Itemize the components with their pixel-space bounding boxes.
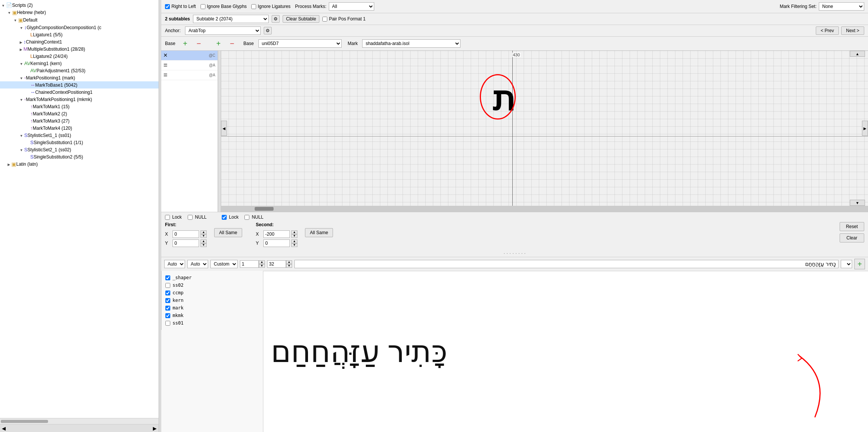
base-add-button[interactable]: +	[180, 38, 190, 49]
first-x-up[interactable]: ▲	[201, 230, 207, 234]
second-x-up[interactable]: ▲	[291, 230, 297, 234]
canvas-h-scrollbar[interactable]	[221, 206, 868, 212]
second-all-same-button[interactable]: All Same	[305, 228, 333, 237]
ignore-base-glyphs-checkbox[interactable]	[201, 4, 205, 9]
tree-h-scrollbar[interactable]	[0, 418, 159, 424]
base-remove-button[interactable]: −	[193, 38, 204, 49]
scroll-right-btn[interactable]: ▶	[151, 424, 159, 432]
canvas-area[interactable]: 430 ת ◀ ▶ ▲ ▼	[221, 51, 868, 206]
feature-mkmk-label[interactable]: mkmk	[173, 313, 184, 318]
feature-mark-label[interactable]: mark	[173, 305, 184, 311]
ignore-ligatures-label[interactable]: Ignore Ligatures	[258, 4, 291, 9]
text-lang-dropdown[interactable]: ▼	[841, 260, 852, 268]
canvas-bottom-arrow[interactable]: ▼	[850, 200, 865, 206]
first-y-up[interactable]: ▲	[201, 239, 207, 243]
glyph-item[interactable]: = @A	[161, 70, 218, 80]
tree-mark-pos[interactable]: ◦ MarkPositioning1 (mark)	[0, 74, 159, 81]
ignore-ligatures-checkbox[interactable]	[251, 4, 256, 9]
tree-chaining[interactable]: ↕ ChainingContext1	[0, 38, 159, 45]
auto2-dropdown[interactable]: Auto	[187, 260, 208, 268]
first-null-checkbox[interactable]	[188, 215, 193, 220]
scripts-tree[interactable]: 📄 Scripts (2) ▣ Hebrew (hebr) ▣ Default	[0, 0, 159, 418]
mark-remove-button[interactable]: −	[227, 38, 237, 49]
second-y-up[interactable]: ▲	[291, 239, 297, 243]
tree-single-sub1[interactable]: S SingleSubstitution1 (1/1)	[0, 139, 159, 146]
canvas-top-arrow[interactable]: ▲	[850, 51, 865, 57]
first-null-label[interactable]: NULL	[195, 214, 207, 220]
right-to-left-checkbox[interactable]	[165, 4, 170, 9]
feature-ccmp-checkbox[interactable]	[165, 291, 170, 295]
second-lock-checkbox[interactable]	[222, 215, 227, 220]
add-preview-button[interactable]: +	[854, 259, 865, 269]
right-to-left-label[interactable]: Right to Left	[171, 4, 196, 9]
tree-glyph-comp[interactable]: ↕ GlyphCompositionDecomposition1 (c	[0, 24, 159, 31]
first-lock-checkbox[interactable]	[165, 215, 170, 220]
tree-chain-ctx[interactable]: ↔ ChainedContextPositioning1	[0, 89, 159, 96]
custom-dropdown[interactable]: Custom	[210, 260, 238, 268]
feature-ss01-label[interactable]: ss01	[173, 320, 184, 326]
mark-filtering-dropdown[interactable]: None	[819, 2, 864, 11]
second-null-checkbox[interactable]	[244, 215, 249, 220]
second-null-label[interactable]: NULL	[252, 214, 263, 220]
size-up[interactable]: ▲	[286, 260, 292, 264]
clear-button[interactable]: Clear	[840, 233, 864, 242]
canvas-right-arrow[interactable]: ▶	[862, 121, 868, 136]
base-dropdown[interactable]: uni05D7	[258, 39, 342, 48]
second-x-down[interactable]: ▼	[291, 234, 297, 238]
anchor-settings-button[interactable]: ⚙	[264, 27, 272, 34]
process-marks-dropdown[interactable]: All	[329, 2, 374, 11]
second-y-input[interactable]	[263, 239, 290, 247]
feature-ss02-checkbox[interactable]	[165, 283, 170, 288]
next-button[interactable]: Next >	[841, 26, 864, 35]
tree-root[interactable]: 📄 Scripts (2)	[0, 2, 159, 9]
pair-pos-checkbox[interactable]	[322, 17, 327, 22]
second-x-input[interactable]	[263, 230, 290, 238]
first-lock-label[interactable]: Lock	[172, 214, 182, 220]
first-all-same-button[interactable]: All Same	[214, 228, 242, 237]
feature-shaper-label[interactable]: _shaper	[173, 275, 192, 280]
tree-ss02[interactable]: S StylisticSet2_1 (ss02)	[0, 146, 159, 153]
tree-hebrew[interactable]: ▣ Hebrew (hebr)	[0, 9, 159, 16]
qty-input[interactable]	[240, 260, 259, 268]
scroll-left-btn[interactable]: ◀	[0, 424, 8, 432]
pair-pos-label[interactable]: Pair Pos Format 1	[329, 16, 366, 22]
anchor-dropdown[interactable]: ArabTop	[185, 26, 261, 35]
tree-mult-sub[interactable]: M MultipleSubstitution1 (28/28)	[0, 45, 159, 53]
reset-button[interactable]: Reset	[840, 222, 864, 231]
qty-up[interactable]: ▲	[259, 260, 265, 264]
feature-kern-label[interactable]: kern	[173, 298, 184, 303]
tree-mtm4[interactable]: ↑ MarkToMark4 (120)	[0, 124, 159, 132]
second-lock-label[interactable]: Lock	[229, 214, 238, 220]
ignore-base-label[interactable]: Ignore Base Glyphs	[207, 4, 247, 9]
size-down[interactable]: ▼	[286, 264, 292, 268]
prev-button[interactable]: < Prev	[816, 26, 839, 35]
tree-kerning[interactable]: AV Kerning1 (kern)	[0, 60, 159, 67]
tree-mtm-pos[interactable]: ◦ MarkToMarkPositioning1 (mkmk)	[0, 96, 159, 103]
glyph-item[interactable]: × @C	[161, 51, 218, 61]
feature-mkmk-checkbox[interactable]	[165, 313, 170, 318]
first-x-down[interactable]: ▼	[201, 234, 207, 238]
tree-default[interactable]: ▣ Default	[0, 16, 159, 24]
subtable-dropdown[interactable]: Subtable 2 (2074)	[193, 15, 269, 23]
clear-subtable-button[interactable]: Clear Subtable	[283, 15, 319, 23]
tree-latin[interactable]: ▣ Latin (latn)	[0, 160, 159, 168]
glyph-sash[interactable]	[218, 51, 221, 212]
subtable-gear-button[interactable]: ⚙	[272, 15, 280, 23]
mark-dropdown[interactable]: shaddafatha-arab.isol	[362, 39, 460, 48]
tree-mtm3[interactable]: ↑ MarkToMark3 (27)	[0, 117, 159, 124]
tree-ss01[interactable]: S StylisticSet1_1 (ss01)	[0, 132, 159, 139]
tree-single-sub2[interactable]: S SingleSubstitution2 (5/5)	[0, 153, 159, 160]
tree-mtm2[interactable]: ↑ MarkToMark2 (2)	[0, 110, 159, 117]
first-y-down[interactable]: ▼	[201, 243, 207, 247]
feature-ccmp-label[interactable]: ccmp	[173, 290, 184, 295]
feature-kern-checkbox[interactable]	[165, 298, 170, 303]
glyph-list[interactable]: × @C = @A = @A	[161, 51, 218, 212]
second-y-down[interactable]: ▼	[291, 243, 297, 247]
tree-mtm1[interactable]: ↑ MarkToMark1 (15)	[0, 103, 159, 110]
feature-mark-checkbox[interactable]	[165, 306, 170, 311]
feature-shaper-checkbox[interactable]	[165, 275, 170, 280]
canvas-left-arrow[interactable]: ◀	[221, 121, 227, 136]
first-x-input[interactable]	[173, 230, 199, 238]
first-y-input[interactable]	[173, 239, 199, 247]
feature-ss02-label[interactable]: ss02	[173, 283, 184, 288]
